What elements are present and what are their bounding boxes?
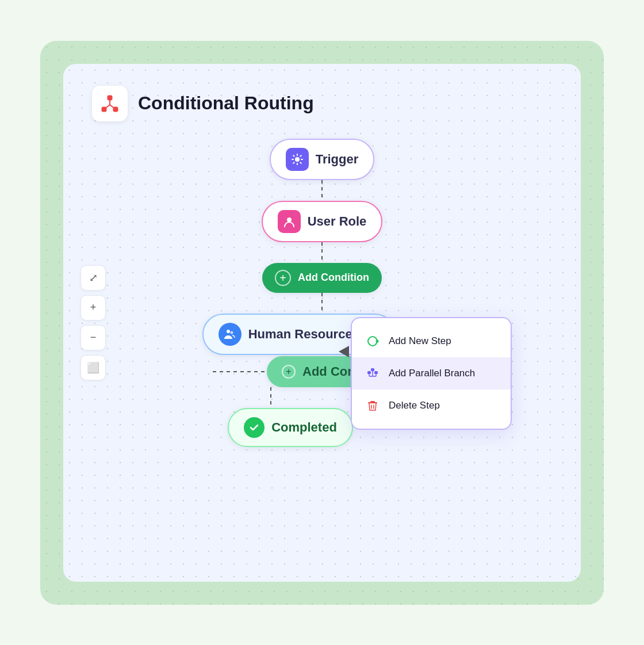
connector-4 (270, 387, 271, 408)
trigger-node[interactable]: Trigger (270, 139, 375, 180)
completed-label: Completed (271, 420, 337, 435)
menu-item-delete-step-label: Delete Step (389, 400, 440, 411)
svg-rect-0 (108, 96, 112, 100)
add-condition-label-1: Add Condition (298, 272, 369, 284)
context-menu-arrow (339, 346, 349, 357)
connector-2 (321, 242, 323, 263)
fit-button[interactable]: ⬜ (80, 355, 106, 380)
svg-rect-18 (370, 401, 375, 402)
add-condition-icon-1: + (275, 270, 291, 286)
connector-1 (321, 180, 323, 201)
context-menu: Add New Step Add Parallel Branch (351, 317, 512, 430)
svg-point-9 (230, 331, 233, 334)
inner-card: Conditional Routing ⤢ + − ⬜ (63, 64, 581, 582)
completed-icon (244, 417, 264, 438)
svg-point-6 (295, 157, 300, 162)
branch-horizontal-line (213, 371, 264, 372)
zoom-in-button[interactable]: + (80, 295, 106, 320)
svg-rect-19 (368, 402, 377, 403)
connector-3 (321, 293, 323, 314)
menu-item-delete-step[interactable]: Delete Step (352, 390, 511, 422)
menu-item-add-new-step[interactable]: Add New Step (352, 325, 511, 357)
svg-point-8 (227, 330, 230, 333)
user-role-label: User Role (308, 214, 367, 229)
completed-node[interactable]: Completed (228, 408, 353, 447)
svg-point-7 (287, 217, 292, 222)
menu-item-add-parallel-branch[interactable]: Add Parallel Branch (352, 357, 511, 390)
human-resource-icon (218, 323, 241, 346)
user-role-icon (278, 210, 301, 233)
svg-rect-13 (371, 368, 374, 371)
add-condition-button-1[interactable]: + Add Condition (262, 263, 382, 293)
zoom-out-button[interactable]: − (80, 325, 106, 350)
svg-rect-11 (367, 371, 371, 374)
routing-icon (99, 93, 120, 114)
page-title: Conditional Routing (138, 93, 314, 114)
toolbar: ⤢ + − ⬜ (80, 265, 106, 380)
svg-point-10 (376, 339, 379, 342)
parallel-icon (365, 365, 381, 381)
new-step-icon (365, 333, 381, 349)
trigger-label: Trigger (316, 152, 359, 167)
header-icon-container (92, 86, 128, 121)
delete-icon (365, 398, 381, 414)
expand-button[interactable]: ⤢ (80, 265, 106, 291)
menu-item-add-new-step-label: Add New Step (389, 335, 451, 347)
user-role-node[interactable]: User Role (262, 201, 383, 242)
add-condition-icon-2: + (282, 365, 296, 379)
svg-rect-12 (374, 371, 378, 374)
outer-card: Conditional Routing ⤢ + − ⬜ (40, 41, 604, 605)
menu-item-add-parallel-branch-label: Add Parallel Branch (389, 368, 475, 379)
header: Conditional Routing (92, 86, 314, 121)
trigger-icon (286, 148, 309, 171)
